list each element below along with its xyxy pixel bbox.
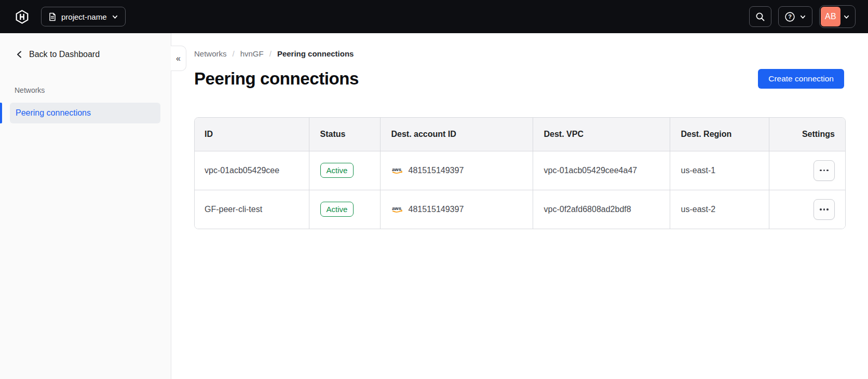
sidebar: Back to Dashboard Networks Peering conne… [0,33,171,379]
status-badge: Active [320,202,354,217]
aws-icon: aws [391,205,403,213]
sidebar-item-label: Peering connections [16,108,91,118]
sidebar-collapse-button[interactable]: « [171,46,186,71]
project-switcher-label: project-name [61,12,107,21]
svg-text:aws: aws [392,205,401,211]
cell-status: Active [309,190,380,229]
table-row: GF-peer-cli-test Active aws [195,190,845,229]
help-circle-icon: ? [784,11,795,22]
breadcrumb-networks[interactable]: Networks [194,49,227,58]
search-button[interactable] [749,6,771,27]
cell-status: Active [309,151,380,190]
cell-dest-account-id: aws 481515149397 [380,151,533,190]
help-menu-button[interactable]: ? [778,6,812,27]
column-header-id: ID [195,118,309,151]
sidebar-section-networks: Networks [15,86,171,94]
topbar: project-name ? [0,0,868,33]
account-id-value: 481515149397 [409,205,464,214]
avatar: AB [821,7,840,26]
column-header-dest-account-id: Dest. account ID [380,118,533,151]
status-badge: Active [320,163,354,178]
main-content: Networks / hvnGF / Peering connections P… [171,33,868,379]
topbar-actions: ? AB [749,5,856,28]
table-header-row: ID Status Dest. account ID Dest. VPC Des… [195,118,845,151]
chevron-left-icon [16,50,23,59]
peering-connections-table: ID Status Dest. account ID Dest. VPC Des… [194,117,846,229]
cell-settings [769,190,845,229]
project-switcher[interactable]: project-name [41,7,126,26]
sidebar-item-peering-connections[interactable]: Peering connections [10,103,160,123]
breadcrumb-current: Peering connections [277,49,354,58]
cell-dest-region: us-east-1 [670,151,769,190]
chevron-down-icon [112,13,118,20]
collapse-chevrons-icon: « [176,54,181,63]
page-title: Peering connections [194,69,359,89]
aws-icon: aws [391,166,403,174]
cell-id: vpc-01acb05429cee [195,151,309,190]
column-header-settings: Settings [769,118,845,151]
create-connection-button[interactable]: Create connection [758,69,844,89]
back-to-dashboard-link[interactable]: Back to Dashboard [16,50,171,59]
column-header-dest-region: Dest. Region [670,118,769,151]
active-item-indicator [0,103,2,123]
table-row: vpc-01acb05429cee Active aws [195,151,845,190]
page-header: Peering connections Create connection [194,66,844,91]
document-icon [48,12,57,21]
chevron-down-icon [799,13,806,20]
breadcrumb-separator: / [269,49,272,58]
breadcrumb-hvn[interactable]: hvnGF [240,49,264,58]
cell-dest-vpc: vpc-01acb05429cee4a47 [533,151,670,190]
chevron-down-icon [843,13,850,20]
svg-text:?: ? [788,13,792,20]
cell-dest-region: us-east-2 [670,190,769,229]
search-icon [755,12,765,22]
cell-settings [769,151,845,190]
cell-dest-account-id: aws 481515149397 [380,190,533,229]
column-header-dest-vpc: Dest. VPC [533,118,670,151]
column-header-status: Status [309,118,380,151]
account-id-value: 481515149397 [409,166,464,175]
row-settings-button[interactable] [813,199,835,220]
svg-text:aws: aws [392,166,401,172]
hashicorp-logo-icon[interactable] [15,9,29,24]
breadcrumb-separator: / [233,49,235,58]
breadcrumb: Networks / hvnGF / Peering connections [194,49,844,58]
cell-dest-vpc: vpc-0f2afd6808ad2bdf8 [533,190,670,229]
cell-id: GF-peer-cli-test [195,190,309,229]
user-menu-button[interactable]: AB [819,5,856,28]
row-settings-button[interactable] [813,160,835,181]
back-to-dashboard-label: Back to Dashboard [29,50,100,59]
